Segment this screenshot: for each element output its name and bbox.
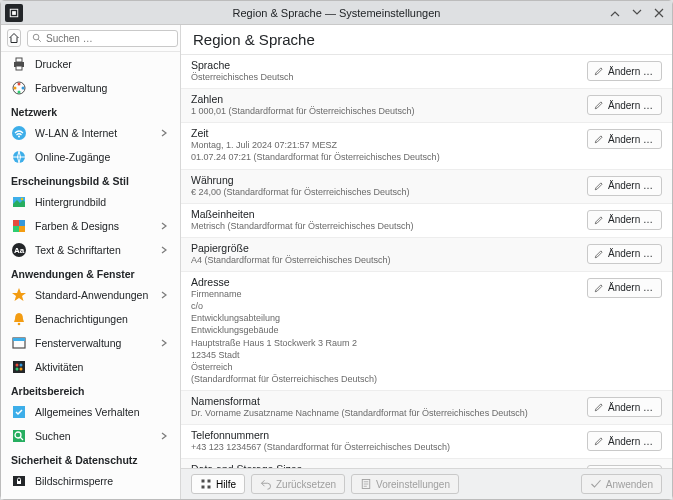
change-button-label: Ändern …: [608, 436, 653, 447]
svg-point-28: [16, 368, 19, 371]
setting-title: Zeit: [191, 127, 587, 139]
sidebar-item-hintergrundbild[interactable]: Hintergrundbild: [1, 190, 180, 214]
page-title: Region & Sprache: [181, 25, 672, 55]
change-button[interactable]: Ändern …: [587, 278, 662, 298]
sidebar-item-label: Allgemeines Verhalten: [35, 406, 170, 418]
setting-description: Firmenname c/o Entwicklungsabteilung Ent…: [191, 288, 587, 385]
reset-button: Zurücksetzen: [251, 474, 345, 494]
titlebar: Region & Sprache — Systemeinstellungen: [1, 1, 672, 25]
behavior-icon: [11, 404, 27, 420]
sidebar-heading: Erscheinungsbild & Stil: [1, 169, 180, 190]
edit-icon: [594, 249, 604, 259]
svg-point-10: [14, 87, 17, 90]
sidebar-item-anwendungsberechtigungen[interactable]: Anwendungsberechtigungen: [1, 493, 180, 499]
minimize-button[interactable]: [608, 6, 622, 20]
sidebar-item-drucker[interactable]: Drucker: [1, 52, 180, 76]
sidebar-heading: Sicherheit & Datenschutz: [1, 448, 180, 469]
window-title: Region & Sprache — Systemeinstellungen: [1, 7, 672, 19]
sidebar-item-online-zug-nge[interactable]: Online-Zugänge: [1, 145, 180, 169]
setting-description: 1 000,01 (Standardformat für Österreichi…: [191, 105, 587, 117]
printer-icon: [11, 56, 27, 72]
search-box[interactable]: [27, 30, 178, 47]
sidebar-item-label: Online-Zugänge: [35, 151, 170, 163]
change-button-label: Ändern …: [608, 402, 653, 413]
sidebar-item-label: Fensterverwaltung: [35, 337, 152, 349]
setting-description: Österreichisches Deutsch: [191, 71, 587, 83]
help-button[interactable]: Hilfe: [191, 474, 245, 494]
sidebar-item-fensterverwaltung[interactable]: Fensterverwaltung: [1, 331, 180, 355]
app-icon: [5, 4, 23, 22]
shield-icon: [11, 497, 27, 499]
setting-row: ZeitMontag, 1. Juli 2024 07:21:57 MESZ 0…: [181, 123, 672, 169]
edit-icon: [594, 181, 604, 191]
sidebar-item-allgemeines-verhalten[interactable]: Allgemeines Verhalten: [1, 400, 180, 424]
setting-row: Telefonnummern+43 123 1234567 (Standardf…: [181, 425, 672, 459]
setting-row: MaßeinheitenMetrisch (Standardformat für…: [181, 204, 672, 238]
sidebar-item-suchen[interactable]: Suchen: [1, 424, 180, 448]
search-input[interactable]: [46, 33, 173, 44]
setting-title: Adresse: [191, 276, 587, 288]
svg-point-12: [18, 136, 20, 138]
setting-title: Telefonnummern: [191, 429, 587, 441]
setting-description: A4 (Standardformat für Österreichisches …: [191, 254, 587, 266]
setting-title: Papiergröße: [191, 242, 587, 254]
change-button[interactable]: Ändern …: [587, 431, 662, 451]
setting-description: Dr. Vorname Zusatzname Nachname (Standar…: [191, 407, 587, 419]
setting-row: NamensformatDr. Vorname Zusatzname Nachn…: [181, 391, 672, 425]
setting-row: PapiergrößeA4 (Standardformat für Österr…: [181, 238, 672, 272]
svg-point-11: [12, 126, 26, 140]
sidebar-item-label: W-LAN & Internet: [35, 127, 152, 139]
sidebar-item-bildschirmsperre[interactable]: Bildschirmsperre: [1, 469, 180, 493]
change-button-label: Ändern …: [608, 282, 653, 293]
setting-description: € 24,00 (Standardformat für Österreichis…: [191, 186, 587, 198]
window-icon: [11, 335, 27, 351]
footer: Hilfe Zurücksetzen Voreinstellungen Anwe…: [181, 468, 672, 499]
svg-rect-1: [12, 11, 16, 15]
help-icon: [200, 478, 212, 490]
search-icon: [11, 428, 27, 444]
setting-row: Währung€ 24,00 (Standardformat für Öster…: [181, 170, 672, 204]
sidebar-item-label: Text & Schriftarten: [35, 244, 152, 256]
setting-row: Zahlen1 000,01 (Standardformat für Öster…: [181, 89, 672, 123]
change-button[interactable]: Ändern …: [587, 61, 662, 81]
edit-icon: [594, 215, 604, 225]
sidebar-item-text-schriftarten[interactable]: AaText & Schriftarten: [1, 238, 180, 262]
maximize-button[interactable]: [630, 6, 644, 20]
check-icon: [590, 478, 602, 490]
svg-rect-25: [13, 361, 25, 373]
lock-icon: [11, 473, 27, 489]
wallpaper-icon: [11, 194, 27, 210]
svg-rect-18: [13, 226, 19, 232]
svg-rect-37: [202, 486, 205, 489]
sidebar-item-w-lan-internet[interactable]: W-LAN & Internet: [1, 121, 180, 145]
change-button[interactable]: Ändern …: [587, 95, 662, 115]
setting-description: Metrisch (Standardformat für Österreichi…: [191, 220, 587, 232]
colors-icon: [11, 218, 27, 234]
apply-button: Anwenden: [581, 474, 662, 494]
change-button[interactable]: Ändern …: [587, 129, 662, 149]
home-button[interactable]: [7, 29, 21, 47]
sidebar-item-aktivit-ten[interactable]: Aktivitäten: [1, 355, 180, 379]
change-button-label: Ändern …: [608, 134, 653, 145]
sidebar-item-farben-designs[interactable]: Farben & Designs: [1, 214, 180, 238]
chevron-right-icon: [160, 246, 170, 254]
change-button[interactable]: Ändern …: [587, 397, 662, 417]
sidebar-item-standard-anwendungen[interactable]: Standard-Anwendungen: [1, 283, 180, 307]
sidebar-item-label: Farbverwaltung: [35, 82, 170, 94]
chevron-right-icon: [160, 291, 170, 299]
edit-icon: [594, 134, 604, 144]
svg-point-22: [18, 323, 21, 326]
change-button[interactable]: Ändern …: [587, 210, 662, 230]
sidebar-item-benachrichtigungen[interactable]: Benachrichtigungen: [1, 307, 180, 331]
sidebar-item-label: Suchen: [35, 430, 152, 442]
close-button[interactable]: [652, 6, 666, 20]
sidebar-item-farbverwaltung[interactable]: Farbverwaltung: [1, 76, 180, 100]
sidebar-item-label: Farben & Designs: [35, 220, 152, 232]
change-button[interactable]: Ändern …: [587, 176, 662, 196]
svg-point-15: [21, 198, 23, 200]
sidebar-heading: Anwendungen & Fenster: [1, 262, 180, 283]
edit-icon: [594, 100, 604, 110]
edit-icon: [594, 436, 604, 446]
change-button[interactable]: Ändern …: [587, 244, 662, 264]
change-button-label: Ändern …: [608, 180, 653, 191]
